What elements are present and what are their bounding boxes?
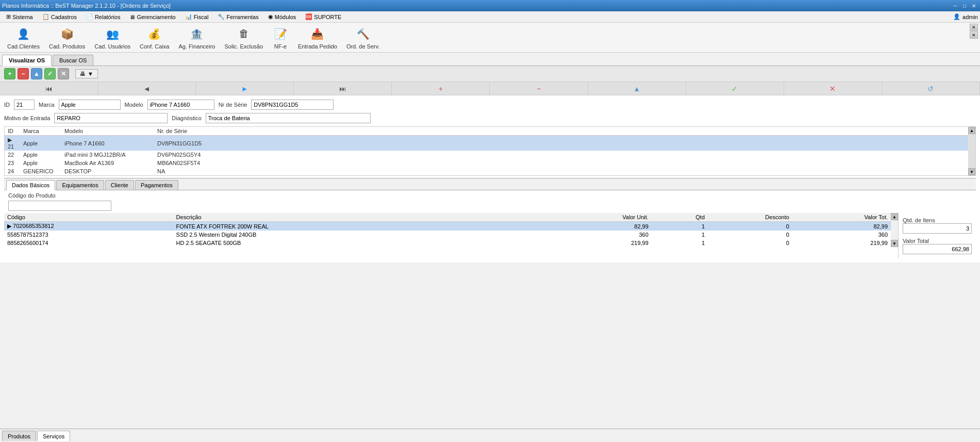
- scroll-down-arrow[interactable]: ▼: [968, 168, 975, 175]
- qtd-itens-input[interactable]: [903, 223, 972, 234]
- footer-tab-bar: Produtos Serviços: [0, 429, 980, 442]
- conf-caixa-icon: 💰: [146, 26, 163, 42]
- cad-usuarios-button[interactable]: 👥 Cad. Usuários: [91, 24, 134, 52]
- scroll-up-arrow[interactable]: ▲: [968, 127, 975, 134]
- prod-scroll-up[interactable]: ▲: [891, 213, 898, 220]
- remove-button[interactable]: −: [18, 68, 29, 79]
- add-button[interactable]: +: [4, 68, 15, 79]
- prod-valor-tot: 82,99: [792, 222, 891, 231]
- menu-suporte[interactable]: 🆘 SUPORTE: [301, 12, 345, 21]
- menu-gerenciamento[interactable]: 🖥 Gerenciamento: [125, 13, 179, 21]
- print-button[interactable]: 🖶 ▼: [75, 69, 98, 78]
- nr-serie-input[interactable]: [251, 100, 334, 110]
- prod-desconto: 0: [708, 239, 792, 247]
- window-controls: ─ □ ✕: [951, 2, 978, 10]
- prod-table-row[interactable]: ▶ 7020685353812 FONTE ATX FORTREK 200W R…: [4, 222, 891, 231]
- nav-next-button[interactable]: ►: [196, 82, 294, 95]
- products-table-area: Código Descrição Valor Unit. Qtd Descont…: [4, 213, 899, 258]
- menu-sistema[interactable]: ⊞ Sistema: [2, 12, 37, 21]
- close-button[interactable]: ✕: [970, 2, 978, 10]
- prod-table-row[interactable]: 8858265600174 HD 2.5 SEAGATE 500GB 219,9…: [4, 239, 891, 247]
- menu-cadastros[interactable]: 📋 Cadastros: [38, 12, 81, 21]
- maximize-button[interactable]: □: [960, 2, 969, 10]
- prod-table-row[interactable]: 5585787512373 SSD 2.5 Western Digital 24…: [4, 231, 891, 239]
- tab-pagamentos[interactable]: Pagamentos: [135, 180, 178, 190]
- valor-total-section: Valor Total: [903, 238, 972, 254]
- nav-last-button[interactable]: ⏭: [294, 82, 392, 95]
- up-button[interactable]: ▲: [31, 68, 42, 79]
- menu-ferramentas[interactable]: 🔧 Ferramentas: [213, 12, 262, 21]
- tab-buscar-os[interactable]: Buscar OS: [53, 55, 93, 66]
- nav-cancel-button[interactable]: ✕: [784, 82, 882, 95]
- products-table: Código Descrição Valor Unit. Qtd Descont…: [4, 213, 891, 247]
- prod-pointer: ▶ 7020685353812: [4, 222, 173, 231]
- nf-e-button[interactable]: 📝 NF-e: [269, 24, 292, 52]
- codigo-label: Código do Produto: [8, 192, 972, 199]
- nav-prev-button[interactable]: ◄: [98, 82, 196, 95]
- minimize-button[interactable]: ─: [951, 2, 959, 10]
- tab-cliente[interactable]: Cliente: [105, 180, 134, 190]
- tab-equipamentos[interactable]: Equipamentos: [56, 180, 104, 190]
- tab-visualizar-os[interactable]: Visualizar OS: [2, 55, 52, 66]
- user-label: admin: [962, 14, 978, 20]
- prod-descricao: HD 2.5 SEAGATE 500GB: [173, 239, 539, 247]
- inner-close-button-1[interactable]: ✕: [970, 24, 978, 31]
- modelo-label: Modelo: [125, 102, 143, 108]
- diagnostico-input[interactable]: [206, 113, 371, 123]
- cancel-action-button[interactable]: ✕: [58, 68, 69, 79]
- title-bar: Planos Informática :: BeST Manager 2.1.2…: [0, 0, 980, 11]
- table-row[interactable]: 22 Apple iPad mini 3 MGJ12BR/A DV6PN02SG…: [5, 151, 968, 159]
- ord-serv-button[interactable]: 🔨 Ord. de Serv.: [343, 24, 383, 52]
- nav-first-button[interactable]: ⏮: [0, 82, 98, 95]
- nav-delete-button[interactable]: −: [490, 82, 588, 95]
- nav-add-button[interactable]: +: [392, 82, 490, 95]
- tab-dados-basicos[interactable]: Dados Básicos: [6, 180, 55, 190]
- footer-tab-produtos[interactable]: Produtos: [2, 431, 36, 441]
- footer-tab-servicos[interactable]: Serviços: [37, 431, 70, 441]
- marca-input[interactable]: [59, 100, 121, 110]
- row-nr-serie: NA: [154, 167, 968, 175]
- ord-serv-icon: 🔨: [355, 26, 371, 42]
- prod-desconto: 0: [708, 231, 792, 239]
- nav-up-button[interactable]: ▲: [588, 82, 686, 95]
- codigo-input[interactable]: [8, 201, 111, 211]
- menu-relatorios[interactable]: 📄 Relatórios: [82, 12, 125, 21]
- modelo-input[interactable]: [147, 100, 214, 110]
- id-input[interactable]: [14, 100, 35, 110]
- prod-valor-unit: 219,99: [539, 239, 651, 247]
- print-icon: 🖶: [80, 71, 86, 77]
- cad-produtos-button[interactable]: 📦 Cad. Produtos: [46, 24, 88, 52]
- cad-clientes-button[interactable]: 👤 Cad.Clientes: [4, 24, 43, 52]
- conf-caixa-button[interactable]: 💰 Conf. Caixa: [137, 24, 172, 52]
- inner-close-button-2[interactable]: ✕: [970, 31, 978, 39]
- table-row[interactable]: ▶ 21 Apple iPhone 7 A1660 DV8PN31GG1D5: [5, 136, 968, 151]
- entrada-pedido-button[interactable]: 📥 Entrada Pedido: [295, 24, 340, 52]
- col-nr-serie: Nr. de Série: [154, 127, 968, 136]
- diagnostico-label: Diagnóstico: [172, 115, 201, 121]
- menu-fiscal[interactable]: 📊 Fiscal: [181, 12, 213, 21]
- prod-descricao: FONTE ATX FORTREK 200W REAL: [173, 222, 539, 231]
- os-list-scrollbar[interactable]: ▲ ▼: [968, 127, 975, 175]
- prod-col-descricao: Descrição: [173, 213, 539, 222]
- row-nr-serie: MB6AN02SF5T4: [154, 159, 968, 167]
- check-button[interactable]: ✓: [44, 68, 56, 79]
- row-marca: Apple: [20, 136, 61, 151]
- nav-refresh-button[interactable]: ↺: [882, 82, 980, 95]
- ferramentas-icon: 🔧: [218, 13, 225, 20]
- row-nr-serie: DV8PN31GG1D5: [154, 136, 968, 151]
- prod-scrollbar[interactable]: ▲ ▼: [891, 213, 898, 247]
- motivo-input[interactable]: [54, 113, 168, 123]
- solic-exclusao-button[interactable]: 🗑 Solic. Exclusão: [221, 24, 266, 52]
- table-row[interactable]: 23 Apple MacBook Air A1369 MB6AN02SF5T4: [5, 159, 968, 167]
- cad-clientes-icon: 👤: [15, 26, 31, 42]
- row-nr-serie: DV6PN02SG5Y4: [154, 151, 968, 159]
- table-row[interactable]: 24 GENERICO DESKTOP NA: [5, 167, 968, 175]
- products-area: Código Descrição Valor Unit. Qtd Descont…: [4, 213, 976, 258]
- ag-financeiro-button[interactable]: 🏦 Ag. Financeiro: [176, 24, 219, 52]
- row-modelo: DESKTOP: [61, 167, 154, 175]
- prod-scroll-down[interactable]: ▼: [891, 240, 898, 247]
- user-icon: 👤: [953, 13, 960, 20]
- nav-check-button[interactable]: ✓: [686, 82, 784, 95]
- valor-total-input[interactable]: [903, 244, 972, 254]
- menu-modulos[interactable]: ◉ Módulos: [264, 12, 301, 21]
